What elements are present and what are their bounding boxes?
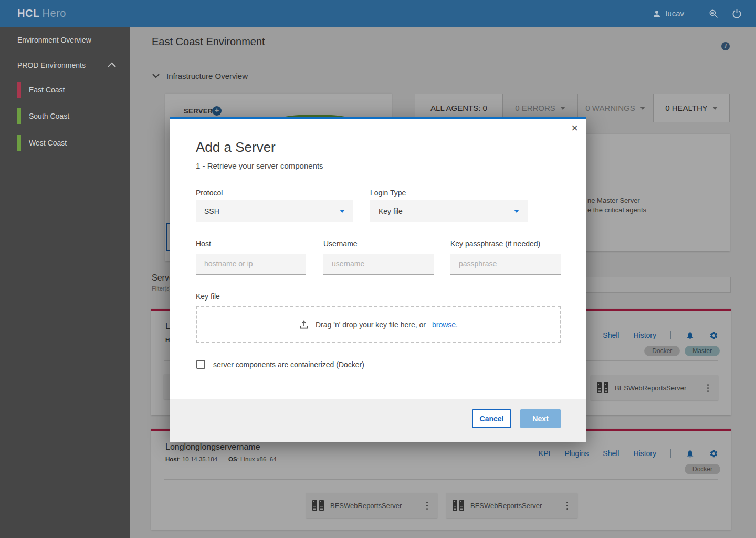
- username: lucav: [666, 9, 684, 18]
- divider: [696, 7, 696, 20]
- env-status-bar: [17, 108, 21, 124]
- key-file-dropzone[interactable]: Drag 'n' drop your key file here, or bro…: [196, 306, 561, 343]
- sidebar-item-environment-overview[interactable]: Environment Overview: [17, 36, 91, 44]
- docker-checkbox[interactable]: [196, 360, 205, 369]
- login-type-value: Key file: [379, 207, 403, 215]
- app-logo: HCLHero: [17, 7, 66, 19]
- modal-footer: Cancel Next: [170, 399, 586, 442]
- user-menu[interactable]: lucav: [652, 9, 684, 18]
- sidebar-item-east-coast[interactable]: East Coast: [29, 86, 65, 94]
- dropzone-text: Drag 'n' drop your key file here, or: [316, 320, 426, 329]
- app-root: East Coast Environment i Infrastructure …: [0, 0, 756, 538]
- next-button[interactable]: Next: [520, 409, 561, 428]
- chevron-down-icon: [340, 210, 345, 213]
- login-type-select[interactable]: Key file: [370, 200, 528, 222]
- modal-step: 1 - Retrieve your server components: [196, 161, 323, 170]
- logo-text-bold: HCL: [17, 7, 40, 19]
- env-status-bar: [17, 82, 21, 98]
- protocol-label: Protocol: [196, 189, 223, 197]
- user-icon: [652, 9, 662, 18]
- divider: [9, 75, 123, 75]
- login-type-label: Login Type: [370, 189, 406, 197]
- chevron-up-icon[interactable]: [108, 62, 116, 67]
- username-label: Username: [323, 240, 358, 248]
- power-icon[interactable]: [731, 8, 742, 19]
- upload-icon: [299, 319, 309, 330]
- close-icon[interactable]: ×: [571, 122, 578, 134]
- host-input[interactable]: [196, 254, 306, 275]
- log-search-icon[interactable]: [708, 8, 719, 19]
- add-server-modal: × Add a Server 1 - Retrieve your server …: [170, 117, 586, 440]
- host-label: Host: [196, 240, 211, 248]
- logo-text-light: Hero: [43, 7, 66, 19]
- docker-checkbox-label: server components are containerized (Doc…: [213, 360, 364, 369]
- passphrase-label: Key passphrase (if needed): [450, 240, 540, 248]
- cancel-button[interactable]: Cancel: [472, 409, 511, 428]
- modal-title: Add a Server: [196, 139, 276, 156]
- sidebar-item-west-coast[interactable]: West Coast: [29, 139, 67, 147]
- sidebar-group-prod-environments[interactable]: PROD Environments: [17, 61, 86, 69]
- env-status-bar: [17, 135, 21, 151]
- browse-link[interactable]: browse.: [432, 320, 458, 329]
- passphrase-input[interactable]: [450, 254, 561, 275]
- header-bar: HCLHero lucav: [0, 0, 756, 27]
- protocol-select[interactable]: SSH: [196, 200, 353, 222]
- username-input[interactable]: [323, 254, 434, 275]
- key-file-label: Key file: [196, 292, 220, 301]
- sidebar-item-south-coast[interactable]: South Coast: [29, 112, 69, 120]
- protocol-value: SSH: [204, 207, 219, 215]
- chevron-down-icon: [514, 210, 519, 213]
- sidebar: Environment Overview PROD Environments E…: [0, 27, 130, 538]
